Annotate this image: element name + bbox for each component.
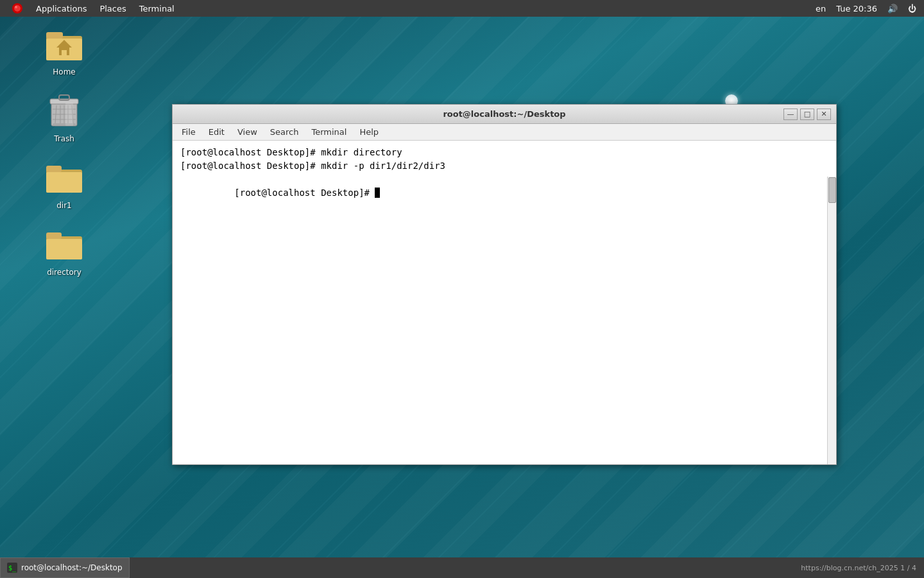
svg-rect-22: [46, 172, 82, 193]
taskbar-terminal-item[interactable]: $_ root@localhost:~/Desktop: [0, 557, 130, 578]
svg-point-1: [14, 5, 21, 12]
svg-rect-19: [65, 103, 73, 126]
terminal-line-3: [root@localhost Desktop]#: [180, 173, 828, 213]
terminal-line-1: [root@localhost Desktop]# mkdir director…: [180, 146, 828, 159]
desktop-icon-directory[interactable]: directory: [38, 223, 90, 277]
taskbar-item-label: root@localhost:~/Desktop: [21, 563, 123, 572]
terminal-menu-terminal[interactable]: Terminal: [305, 124, 353, 141]
svg-text:$_: $_: [8, 565, 17, 572]
svg-point-2: [15, 6, 17, 8]
menubar-logo: [5, 0, 30, 17]
terminal-title: root@localhost:~/Desktop: [178, 109, 831, 119]
terminal-scrollbar[interactable]: [827, 177, 836, 464]
taskbar-right: https://blog.cn.net/ch_2025 1 / 4: [801, 564, 924, 572]
terminal-menu-edit[interactable]: Edit: [202, 124, 231, 141]
svg-rect-4: [46, 32, 63, 39]
menubar-terminal[interactable]: Terminal: [133, 0, 181, 17]
terminal-line-2: [root@localhost Desktop]# mkdir -p dir1/…: [180, 159, 828, 173]
terminal-cursor: [375, 188, 380, 198]
terminal-menu: File Edit View Search Terminal Help: [173, 124, 836, 141]
terminal-window: root@localhost:~/Desktop — □ ✕ File Edit…: [172, 104, 837, 465]
clock: Tue 20:36: [834, 4, 880, 13]
desktop-icon-trash[interactable]: Trash: [38, 90, 90, 144]
terminal-menu-view[interactable]: View: [231, 124, 264, 141]
dir1-icon-label: dir1: [54, 200, 74, 211]
svg-rect-21: [46, 166, 62, 172]
taskbar-terminal-icon: $_: [7, 563, 17, 573]
terminal-menu-file[interactable]: File: [175, 124, 202, 141]
home-icon-label: Home: [50, 67, 78, 77]
menubar-left: Applications Places Terminal: [5, 0, 813, 17]
terminal-controls: — □ ✕: [783, 109, 831, 120]
terminal-minimize-button[interactable]: —: [783, 109, 798, 120]
menubar: Applications Places Terminal en Tue 20:3…: [0, 0, 924, 17]
terminal-maximize-button[interactable]: □: [800, 109, 814, 120]
trash-icon-label: Trash: [51, 134, 77, 144]
desktop-icon-dir1[interactable]: dir1: [38, 157, 90, 211]
terminal-content[interactable]: [root@localhost Desktop]# mkdir director…: [173, 141, 836, 464]
power-icon[interactable]: ⏻: [905, 4, 919, 13]
menubar-applications[interactable]: Applications: [30, 0, 93, 17]
desktop-icon-home[interactable]: Home: [38, 23, 90, 77]
menubar-places[interactable]: Places: [93, 0, 132, 17]
terminal-menu-search[interactable]: Search: [264, 124, 305, 141]
terminal-titlebar: root@localhost:~/Desktop — □ ✕: [173, 105, 836, 124]
directory-icon-label: directory: [44, 267, 84, 277]
scrollbar-thumb[interactable]: [828, 177, 836, 203]
taskbar: $_ root@localhost:~/Desktop https://blog…: [0, 557, 924, 578]
language-indicator: en: [813, 4, 828, 13]
home-folder-icon: [44, 23, 85, 64]
svg-rect-25: [46, 239, 82, 259]
terminal-close-button[interactable]: ✕: [817, 109, 831, 120]
menubar-right: en Tue 20:36 🔊 ⏻: [813, 4, 919, 13]
terminal-menu-help[interactable]: Help: [353, 124, 385, 141]
trash-icon: [44, 90, 85, 131]
volume-icon[interactable]: 🔊: [885, 4, 900, 13]
desktop-icons: Home: [38, 23, 90, 277]
directory-folder-icon: [44, 223, 85, 265]
dir1-folder-icon: [44, 157, 85, 198]
svg-rect-24: [46, 232, 62, 239]
